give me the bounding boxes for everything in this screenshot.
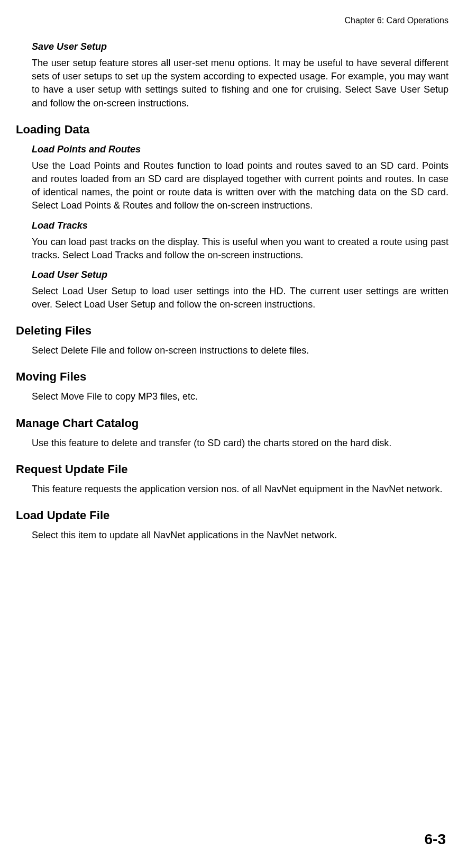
manage-chart-catalog-body: Use this feature to delete and transfer … xyxy=(32,437,448,450)
deleting-files-title: Deleting Files xyxy=(16,324,448,338)
chapter-header: Chapter 6: Card Operations xyxy=(16,16,448,25)
load-update-file-title: Load Update File xyxy=(16,509,448,522)
load-tracks-title: Load Tracks xyxy=(32,220,448,231)
load-update-file-body: Select this item to update all NavNet ap… xyxy=(32,529,448,542)
manage-chart-catalog-title: Manage Chart Catalog xyxy=(16,417,448,430)
load-points-routes-body: Use the Load Points and Routes function … xyxy=(32,159,448,213)
deleting-files-body: Select Delete File and follow on-screen … xyxy=(32,344,448,357)
save-user-setup-body: The user setup feature stores all user-s… xyxy=(32,57,448,110)
load-user-setup-body: Select Load User Setup to load user sett… xyxy=(32,285,448,311)
moving-files-title: Moving Files xyxy=(16,370,448,384)
page-container: Chapter 6: Card Operations Save User Set… xyxy=(0,0,467,868)
loading-data-title: Loading Data xyxy=(16,123,448,137)
page-number: 6-3 xyxy=(425,831,446,848)
request-update-file-body: This feature requests the application ve… xyxy=(32,483,448,496)
save-user-setup-title: Save User Setup xyxy=(32,41,448,52)
load-tracks-body: You can load past tracks on the display.… xyxy=(32,236,448,262)
request-update-file-title: Request Update File xyxy=(16,463,448,476)
moving-files-body: Select Move File to copy MP3 files, etc. xyxy=(32,390,448,403)
load-points-routes-title: Load Points and Routes xyxy=(32,144,448,155)
load-user-setup-title: Load User Setup xyxy=(32,269,448,281)
